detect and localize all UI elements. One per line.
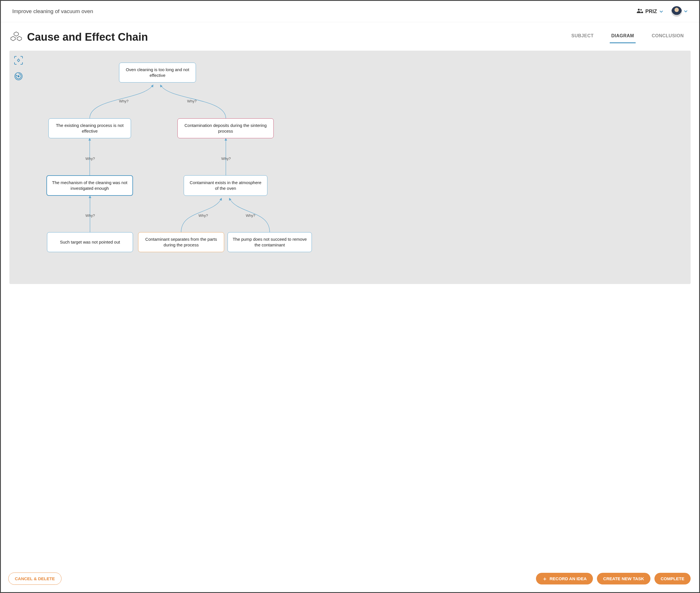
svg-point-1	[640, 9, 641, 10]
user-menu[interactable]	[671, 6, 688, 17]
chevron-down-icon	[684, 9, 688, 14]
page-title: Cause and Effect Chain	[27, 31, 148, 43]
diagram-node[interactable]: The pump does not succeed to remove the …	[227, 232, 312, 252]
edge-label: Why?	[246, 213, 255, 218]
diagram-node[interactable]: Contamination deposits during the sinter…	[177, 118, 274, 138]
tab-conclusion[interactable]: CONCLUSION	[650, 31, 686, 43]
diagram-node[interactable]: The mechanism of the cleaning was not in…	[46, 175, 133, 196]
diagram-node[interactable]: Oven cleaning is too long and not effect…	[119, 63, 196, 82]
workspace-switcher[interactable]: PRIZ	[637, 8, 663, 14]
edge-label: Why?	[85, 157, 95, 161]
edge-label: Why?	[198, 213, 208, 218]
footer: CANCEL & DELETE ＋ RECORD AN IDEA CREATE …	[1, 567, 699, 592]
diagram-node[interactable]: Such target was not pointed out	[47, 232, 133, 252]
edge-label: Why?	[85, 213, 95, 218]
create-new-task-button[interactable]: CREATE NEW TASK	[597, 573, 651, 585]
page-header: Cause and Effect Chain SUBJECT DIAGRAM C…	[1, 22, 699, 43]
complete-button[interactable]: COMPLETE	[655, 573, 691, 585]
focus-icon[interactable]	[13, 55, 24, 67]
tab-subject[interactable]: SUBJECT	[569, 31, 595, 43]
workspace-label: PRIZ	[645, 8, 657, 14]
svg-point-0	[638, 8, 640, 10]
refresh-target-icon[interactable]	[13, 71, 24, 82]
diagram-canvas[interactable]: Oven cleaning is too long and not effect…	[9, 51, 691, 284]
diagram-node[interactable]: Contaminant exists in the atmosphere of …	[184, 175, 267, 196]
topbar: Improve cleaning of vacuum oven PRIZ	[1, 1, 699, 22]
edge-label: Why?	[187, 99, 196, 103]
diagram-node[interactable]: The existing cleaning process is not eff…	[48, 118, 131, 138]
avatar	[671, 6, 682, 17]
edge-label: Why?	[119, 99, 128, 103]
cause-effect-chain-icon	[10, 31, 22, 43]
cancel-delete-button[interactable]: CANCEL & DELETE	[8, 572, 62, 585]
record-idea-label: RECORD AN IDEA	[550, 576, 587, 581]
record-idea-button[interactable]: ＋ RECORD AN IDEA	[536, 573, 593, 585]
edge-label: Why?	[221, 157, 231, 161]
chevron-down-icon	[659, 8, 663, 14]
svg-point-3	[18, 76, 20, 77]
project-title: Improve cleaning of vacuum oven	[12, 8, 93, 14]
tab-diagram[interactable]: DIAGRAM	[610, 31, 636, 43]
people-icon	[637, 8, 643, 14]
tabs: SUBJECT DIAGRAM CONCLUSION	[569, 31, 686, 43]
diagram-node[interactable]: Contaminant separates from the parts dur…	[138, 232, 224, 252]
